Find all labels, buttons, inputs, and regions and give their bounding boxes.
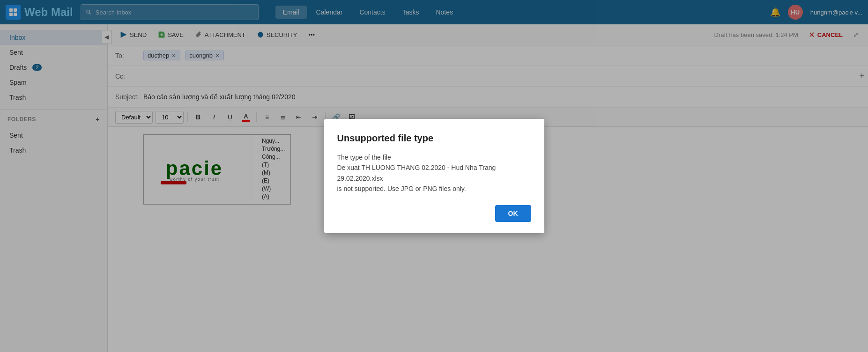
modal-body-line2: De xuat TH LUONG THANG 02.2020 - Hud Nha… — [337, 164, 496, 171]
modal-body-line4: is not supported. Use JPG or PNG files o… — [337, 185, 466, 192]
modal-body-line3: 29.02.2020.xlsx — [337, 175, 383, 182]
modal-title: Unsupported file type — [337, 133, 531, 144]
modal-footer: OK — [337, 205, 531, 222]
modal-body: The type of the file De xuat TH LUONG TH… — [337, 152, 531, 194]
modal-body-line1: The type of the file — [337, 154, 391, 161]
unsupported-file-modal: Unsupported file type The type of the fi… — [324, 119, 544, 234]
modal-ok-button[interactable]: OK — [495, 205, 531, 222]
modal-overlay: Unsupported file type The type of the fi… — [0, 0, 868, 352]
